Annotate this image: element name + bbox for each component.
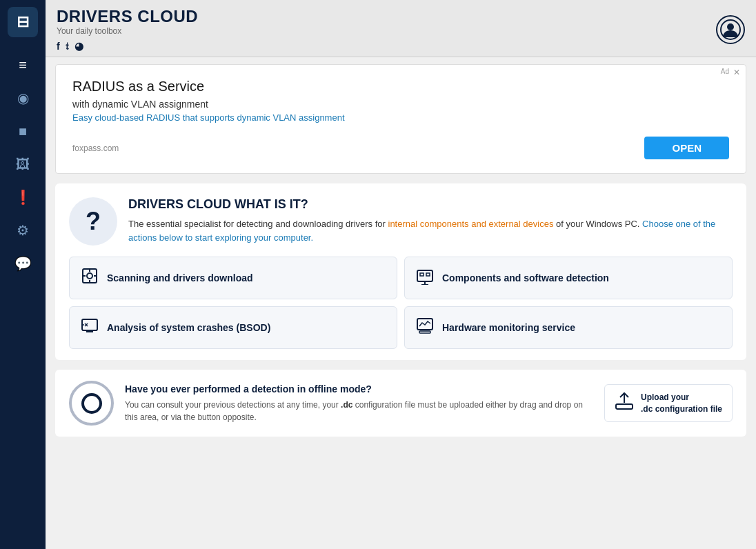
hardware-icon: ■ — [19, 123, 27, 139]
twitter-icon[interactable]: 𝔱 — [66, 40, 69, 52]
offline-heading: Have you ever performed a detection in o… — [125, 383, 593, 395]
svg-rect-23 — [616, 404, 633, 409]
offline-dc-highlight: .dc — [341, 400, 352, 410]
sidebar-item-hardware[interactable]: ■ — [9, 117, 37, 145]
upload-line1: Upload your — [641, 392, 722, 403]
monitoring-label: Hardware monitoring service — [442, 322, 575, 333]
info-top: ? DRIVERS CLOUD WHAT IS IT? The essentia… — [69, 197, 733, 246]
header-left: DRIVERS CLOUD Your daily toolbox f 𝔱 ◕ — [57, 7, 198, 52]
sidebar: ⊟ ≡ ◉ ■ 🖼 ❗ ⚙ 💬 — [0, 0, 46, 549]
sidebar-item-settings[interactable]: ⚙ — [9, 217, 37, 244]
header: DRIVERS CLOUD Your daily toolbox f 𝔱 ◕ — [46, 0, 756, 57]
action-components[interactable]: Components and software detection — [404, 257, 733, 299]
offline-text: Have you ever performed a detection in o… — [125, 383, 593, 423]
components-label: Components and software detection — [442, 272, 609, 283]
info-text: DRIVERS CLOUD WHAT IS IT? The essential … — [128, 197, 733, 244]
ad-footer: foxpass.com OPEN — [72, 137, 729, 159]
image-icon: 🖼 — [16, 157, 30, 172]
offline-circle-icon — [69, 381, 114, 426]
action-grid: Scanning and drivers download Components… — [69, 257, 733, 349]
sidebar-item-chat[interactable]: 💬 — [9, 250, 37, 277]
scanning-icon — [81, 267, 99, 289]
svg-point-3 — [87, 273, 92, 279]
svg-rect-9 — [420, 273, 424, 276]
menu-lines-icon: ≡ — [19, 57, 27, 73]
content-area: Ad ✕ RADIUS as a Service with dynamic VL… — [46, 57, 756, 549]
action-monitoring[interactable]: Hardware monitoring service — [404, 306, 733, 349]
user-avatar[interactable] — [716, 15, 745, 44]
bsod-label: Analysis of system crashes (BSOD) — [107, 322, 270, 333]
ad-subtitle: with dynamic VLAN assignment — [72, 99, 729, 110]
social-links: f 𝔱 ◕ — [57, 40, 198, 52]
components-icon — [416, 267, 434, 289]
upload-line2: .dc configuration file — [641, 403, 722, 415]
action-scanning[interactable]: Scanning and drivers download — [69, 257, 397, 299]
scanning-label: Scanning and drivers download — [107, 272, 253, 283]
sidebar-item-menu[interactable]: ≡ — [9, 51, 37, 79]
logo-icon: ⊟ — [17, 13, 29, 31]
upload-icon — [615, 392, 634, 415]
info-body-highlight: internal components and external devices — [388, 219, 554, 229]
svg-rect-22 — [419, 331, 430, 333]
svg-point-1 — [727, 23, 734, 30]
ad-open-button[interactable]: OPEN — [644, 137, 729, 159]
ad-banner: Ad ✕ RADIUS as a Service with dynamic VL… — [55, 64, 746, 174]
ad-title: RADIUS as a Service — [72, 79, 729, 94]
info-heading: DRIVERS CLOUD WHAT IS IT? — [128, 197, 733, 212]
action-bsod[interactable]: Analysis of system crashes (BSOD) — [69, 306, 397, 349]
offline-inner-circle — [81, 393, 102, 414]
sidebar-item-search[interactable]: ◉ — [9, 84, 37, 112]
info-body-part1: The essential specialist for detecting a… — [128, 219, 388, 229]
ad-description: Easy cloud-based RADIUS that supports dy… — [72, 112, 729, 123]
app-title: DRIVERS CLOUD — [57, 7, 198, 26]
main-area: DRIVERS CLOUD Your daily toolbox f 𝔱 ◕ A… — [46, 0, 756, 549]
monitoring-icon — [416, 317, 434, 339]
sidebar-logo[interactable]: ⊟ — [8, 7, 38, 37]
search-icon: ◉ — [17, 90, 29, 106]
rss-icon[interactable]: ◕ — [74, 40, 83, 52]
offline-body-part1: You can consult your previous detections… — [125, 400, 341, 410]
upload-text: Upload your .dc configuration file — [641, 392, 722, 415]
alert-icon: ❗ — [14, 189, 32, 206]
ad-close-icon[interactable]: ✕ — [733, 68, 740, 77]
info-body-part2: of your Windows PC. — [553, 219, 642, 229]
ad-label: Ad — [721, 68, 729, 75]
app-subtitle: Your daily toolbox — [57, 26, 198, 36]
settings-icon: ⚙ — [17, 222, 29, 239]
offline-body: You can consult your previous detections… — [125, 399, 593, 423]
facebook-icon[interactable]: f — [57, 41, 60, 52]
offline-section: Have you ever performed a detection in o… — [55, 370, 746, 437]
svg-rect-13 — [82, 319, 97, 330]
ad-domain: foxpass.com — [72, 143, 119, 153]
question-icon: ? — [69, 197, 117, 246]
info-body: The essential specialist for detecting a… — [128, 217, 733, 244]
svg-rect-10 — [426, 273, 430, 276]
chat-icon: 💬 — [14, 255, 32, 272]
upload-button[interactable]: Upload your .dc configuration file — [604, 384, 733, 423]
info-section: ? DRIVERS CLOUD WHAT IS IT? The essentia… — [55, 183, 746, 360]
sidebar-item-image[interactable]: 🖼 — [9, 150, 37, 178]
sidebar-item-alert[interactable]: ❗ — [9, 183, 37, 211]
bsod-icon — [81, 317, 99, 339]
